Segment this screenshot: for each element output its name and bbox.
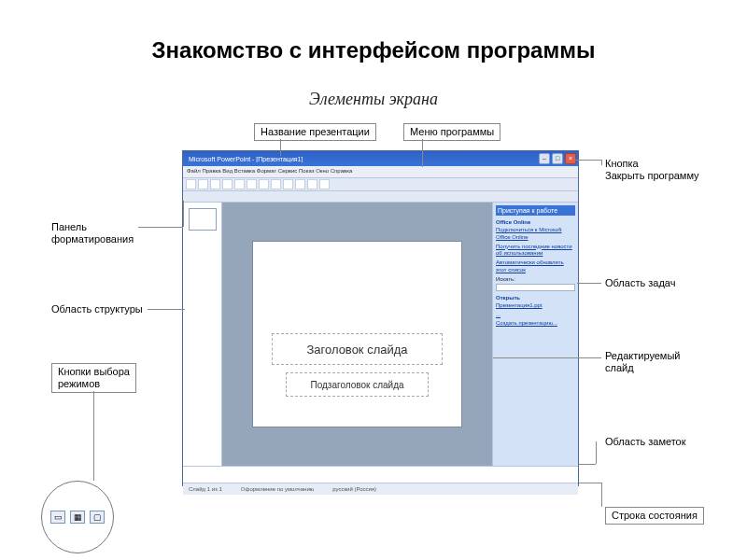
status-bar: Слайд 1 из 1 Оформление по умолчанию рус… xyxy=(183,483,578,495)
status-language: русский (Россия) xyxy=(332,486,376,492)
label-status-bar: Строка состояния xyxy=(605,507,704,525)
normal-view-icon[interactable]: ▭ xyxy=(50,511,65,524)
status-template: Оформление по умолчанию xyxy=(241,486,314,492)
subtitle-placeholder[interactable]: Подзаголовок слайда xyxy=(286,372,429,397)
leader-line xyxy=(579,483,601,483)
close-button[interactable]: × xyxy=(565,153,576,164)
leader-line xyxy=(596,441,597,464)
title-placeholder[interactable]: Заголовок слайда xyxy=(272,333,443,365)
toolbar-button[interactable] xyxy=(307,179,317,189)
label-view-buttons: Кнопки выбора режимов xyxy=(51,363,136,393)
taskpane-search-input[interactable] xyxy=(496,284,575,291)
taskpane-search-label: Искать: xyxy=(496,276,575,282)
toolbar-button[interactable] xyxy=(247,179,257,189)
leader-line xyxy=(575,160,601,161)
standard-toolbar[interactable] xyxy=(183,178,578,191)
sorter-view-icon[interactable]: ▦ xyxy=(70,511,85,524)
toolbar-button[interactable] xyxy=(198,179,208,189)
app-window: Microsoft PowerPoint - [Презентация1] – … xyxy=(182,150,579,486)
label-editable-slide: Редактируемый слайд xyxy=(605,350,681,374)
label-presentation-name: Название презентации xyxy=(254,123,376,141)
taskpane-recent[interactable]: ... xyxy=(496,312,575,319)
formatting-toolbar[interactable] xyxy=(183,191,578,203)
leader-line xyxy=(493,357,601,358)
leader-line xyxy=(93,391,94,481)
leader-line xyxy=(148,309,185,310)
label-close-button: Кнопка Закрыть программу xyxy=(605,158,699,182)
taskpane-new[interactable]: Создать презентацию... xyxy=(496,320,575,328)
diagram: Microsoft PowerPoint - [Презентация1] – … xyxy=(0,117,747,555)
leader-line xyxy=(183,201,184,227)
slide-thumbnail[interactable] xyxy=(189,208,217,231)
label-program-menu: Меню программы xyxy=(403,123,500,141)
leader-line xyxy=(579,464,596,465)
taskpane-link[interactable]: Автоматически обновлять этот список xyxy=(496,259,575,274)
toolbar-button[interactable] xyxy=(186,179,196,189)
leader-line xyxy=(138,227,183,228)
view-buttons-zoom: ▭ ▦ ▢ xyxy=(41,481,114,553)
leader-line xyxy=(280,139,281,156)
minimize-button[interactable]: – xyxy=(539,153,550,164)
leader-line xyxy=(601,160,602,165)
slideshow-view-icon[interactable]: ▢ xyxy=(90,511,105,524)
toolbar-button[interactable] xyxy=(295,179,305,189)
status-slide-info: Слайд 1 из 1 xyxy=(189,486,222,492)
toolbar-button[interactable] xyxy=(222,179,233,189)
taskpane-link[interactable]: Подключиться к Microsoft Office Online xyxy=(496,227,575,242)
maximize-button[interactable]: □ xyxy=(552,153,563,164)
toolbar-button[interactable] xyxy=(319,179,330,189)
titlebar-text: Microsoft PowerPoint - [Презентация1] xyxy=(185,156,303,162)
taskpane-link[interactable]: Получить последние новости об использова… xyxy=(496,244,575,259)
label-notes-area: Область заметок xyxy=(605,436,686,448)
page-subtitle: Элементы экрана xyxy=(0,90,747,109)
page-title: Знакомство с интерфейсом программы xyxy=(0,0,747,63)
taskpane-office-online: Office Online xyxy=(496,219,575,225)
toolbar-button[interactable] xyxy=(234,179,245,189)
notes-pane[interactable] xyxy=(183,466,578,483)
toolbar-button[interactable] xyxy=(210,179,220,189)
toolbar-button[interactable] xyxy=(283,179,293,189)
taskpane-recent[interactable]: Презентация1.ppt xyxy=(496,302,575,310)
taskpane-header: Приступая к работе xyxy=(496,205,575,216)
taskpane-open-label: Открыть xyxy=(496,295,575,301)
outline-pane[interactable] xyxy=(183,203,222,466)
label-task-pane: Область задач xyxy=(605,277,675,289)
toolbar-button[interactable] xyxy=(259,179,269,189)
leader-line xyxy=(577,283,601,284)
menu-bar[interactable]: Файл Правка Вид Вставка Формат Сервис По… xyxy=(183,166,578,178)
work-area: Заголовок слайда Подзаголовок слайда При… xyxy=(183,203,578,466)
label-formatting-panel: Панель форматирования xyxy=(51,221,134,245)
slide[interactable]: Заголовок слайда Подзаголовок слайда xyxy=(252,241,462,427)
leader-line xyxy=(422,139,423,167)
slide-canvas: Заголовок слайда Подзаголовок слайда xyxy=(222,203,492,466)
label-structure-area: Область структуры xyxy=(51,303,143,315)
titlebar: Microsoft PowerPoint - [Презентация1] – … xyxy=(183,151,578,166)
leader-line xyxy=(601,483,602,507)
task-pane[interactable]: Приступая к работе Office Online Подключ… xyxy=(492,203,578,466)
window-buttons: – □ × xyxy=(539,153,576,164)
toolbar-button[interactable] xyxy=(271,179,281,189)
